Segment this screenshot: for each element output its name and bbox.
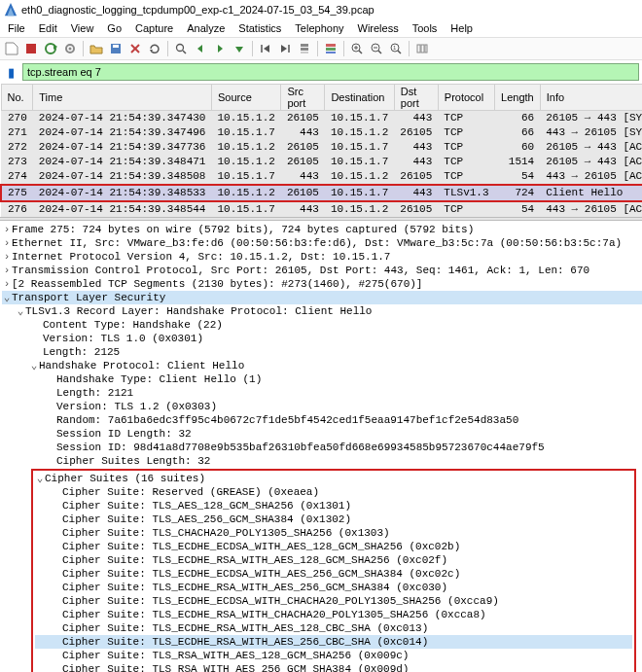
cipher-suite-line[interactable]: Cipher Suite: TLS_ECDHE_ECDSA_WITH_CHACH… <box>35 594 632 608</box>
cipher-suite-line[interactable]: Cipher Suite: TLS_ECDHE_ECDSA_WITH_AES_1… <box>35 540 632 553</box>
menu-help[interactable]: Help <box>445 21 479 35</box>
column-header[interactable]: Time <box>33 85 212 111</box>
app-icon <box>4 3 18 17</box>
cipher-suites-highlight-box: ⌄Cipher Suites (16 suites) Cipher Suite:… <box>31 469 636 672</box>
cipher-suite-line[interactable]: Cipher Suite: TLS_ECDHE_ECDSA_WITH_AES_2… <box>35 567 632 581</box>
go-forward-icon[interactable] <box>211 40 229 57</box>
go-back-icon[interactable] <box>192 40 209 57</box>
save-icon[interactable] <box>107 40 125 57</box>
reload-icon[interactable] <box>146 40 163 57</box>
svg-rect-38 <box>417 45 420 53</box>
record-version-line[interactable]: Version: TLS 1.0 (0x0301) <box>2 332 642 345</box>
auto-scroll-icon[interactable] <box>296 40 313 57</box>
svg-rect-24 <box>301 52 308 53</box>
record-length-line[interactable]: Length: 2125 <box>2 345 642 359</box>
menu-view[interactable]: View <box>65 21 100 35</box>
restart-capture-icon[interactable] <box>42 40 59 57</box>
go-to-icon[interactable] <box>231 40 248 57</box>
svg-rect-3 <box>26 44 36 53</box>
svg-rect-39 <box>421 45 424 53</box>
handshake-type-line[interactable]: Handshake Type: Client Hello (1) <box>2 372 642 386</box>
options-icon[interactable] <box>61 40 79 57</box>
menu-wireless[interactable]: Wireless <box>352 21 405 35</box>
packet-row[interactable]: 2762024-07-14 21:54:39.34854410.15.1.744… <box>1 201 642 217</box>
menu-file[interactable]: File <box>2 21 31 35</box>
column-header[interactable]: Length <box>495 85 541 111</box>
handshake-length-line[interactable]: Length: 2121 <box>2 386 642 400</box>
cipher-suites-len-line[interactable]: Cipher Suites Length: 32 <box>2 454 642 468</box>
handshake-version-line[interactable]: Version: TLS 1.2 (0x0303) <box>2 400 642 413</box>
menu-telephony[interactable]: Telephony <box>289 21 349 35</box>
column-header[interactable]: Destination <box>325 85 394 111</box>
column-header[interactable]: No. <box>1 85 33 111</box>
svg-point-7 <box>69 48 72 51</box>
close-icon[interactable] <box>126 40 144 57</box>
menu-statistics[interactable]: Statistics <box>232 21 287 35</box>
tcp-line[interactable]: ›Transmission Control Protocol, Src Port… <box>2 264 642 277</box>
title-bar: eth0_diagnostic_logging_tcpdump00_exp-c1… <box>0 0 642 19</box>
menu-edit[interactable]: Edit <box>33 21 63 35</box>
frame-line[interactable]: ›Frame 275: 724 bytes on wire (5792 bits… <box>2 223 642 236</box>
svg-marker-17 <box>235 47 243 53</box>
cipher-suites-header[interactable]: ⌄Cipher Suites (16 suites) <box>35 472 632 485</box>
column-header[interactable]: Info <box>540 85 642 111</box>
column-header[interactable]: Dst port <box>394 85 438 111</box>
svg-line-14 <box>183 51 186 53</box>
menu-analyze[interactable]: Analyze <box>181 21 231 35</box>
first-packet-icon[interactable] <box>257 40 274 57</box>
packet-list-header: No.TimeSourceSrc portDestinationDst port… <box>1 85 642 111</box>
tls-line[interactable]: ⌄Transport Layer Security <box>2 291 642 304</box>
eth-line[interactable]: ›Ethernet II, Src: VMware_b3:fe:d6 (00:5… <box>2 236 642 250</box>
find-icon[interactable] <box>172 40 190 57</box>
column-header[interactable]: Protocol <box>438 85 494 111</box>
svg-marker-21 <box>281 45 287 53</box>
session-id-line[interactable]: Session ID: 98d41a8d7708e9b535baf26310bf… <box>2 441 642 454</box>
cipher-suite-line[interactable]: Cipher Suite: TLS_AES_256_GCM_SHA384 (0x… <box>35 513 632 526</box>
cipher-suite-line[interactable]: Cipher Suite: TLS_ECDHE_RSA_WITH_CHACHA2… <box>35 608 632 621</box>
menu-tools[interactable]: Tools <box>407 21 444 35</box>
cipher-suite-line[interactable]: Cipher Suite: TLS_RSA_WITH_AES_256_GCM_S… <box>35 662 632 672</box>
zoom-in-icon[interactable] <box>348 40 366 57</box>
open-icon[interactable] <box>88 40 105 57</box>
session-id-len-line[interactable]: Session ID Length: 32 <box>2 427 642 441</box>
svg-line-31 <box>359 51 362 53</box>
packet-row[interactable]: 2742024-07-14 21:54:39.34850810.15.1.744… <box>1 169 642 185</box>
packet-details[interactable]: ›Frame 275: 724 bytes on wire (5792 bits… <box>0 221 642 672</box>
column-header[interactable]: Src port <box>281 85 325 111</box>
random-line[interactable]: Random: 7a61ba6edc3ff95c4b0672c7f1de5bf4… <box>2 413 642 427</box>
menu-go[interactable]: Go <box>101 21 127 35</box>
content-type-line[interactable]: Content Type: Handshake (22) <box>2 318 642 332</box>
ip-line[interactable]: ›Internet Protocol Version 4, Src: 10.15… <box>2 250 642 264</box>
cipher-suite-line[interactable]: Cipher Suite: TLS_ECDHE_RSA_WITH_AES_256… <box>35 635 632 649</box>
svg-marker-16 <box>218 45 223 53</box>
reassembled-line[interactable]: ›[2 Reassembled TCP Segments (2130 bytes… <box>2 277 642 291</box>
cipher-suite-line[interactable]: Cipher Suite: Reserved (GREASE) (0xeaea) <box>35 485 632 499</box>
column-header[interactable]: Source <box>211 85 280 111</box>
cipher-suite-line[interactable]: Cipher Suite: TLS_CHACHA20_POLY1305_SHA2… <box>35 526 632 540</box>
cipher-suite-line[interactable]: Cipher Suite: TLS_RSA_WITH_AES_128_GCM_S… <box>35 649 632 662</box>
filter-bookmark-icon[interactable]: ▮ <box>3 64 18 80</box>
handshake-proto-line[interactable]: ⌄Handshake Protocol: Client Hello <box>2 359 642 372</box>
display-filter-input[interactable] <box>22 63 639 81</box>
last-packet-icon[interactable] <box>276 40 294 57</box>
packet-list[interactable]: No.TimeSourceSrc portDestinationDst port… <box>0 84 642 217</box>
packet-row[interactable]: 2712024-07-14 21:54:39.34749610.15.1.744… <box>1 125 642 140</box>
resize-columns-icon[interactable] <box>413 40 431 57</box>
cipher-suite-line[interactable]: Cipher Suite: TLS_AES_128_GCM_SHA256 (0x… <box>35 499 632 513</box>
start-capture-icon[interactable] <box>3 40 20 57</box>
cipher-suite-line[interactable]: Cipher Suite: TLS_ECDHE_RSA_WITH_AES_256… <box>35 581 632 594</box>
packet-row[interactable]: 2702024-07-14 21:54:39.34743010.15.1.226… <box>1 111 642 126</box>
cipher-suite-line[interactable]: Cipher Suite: TLS_ECDHE_RSA_WITH_AES_128… <box>35 621 632 635</box>
packet-row[interactable]: 2752024-07-14 21:54:39.34853310.15.1.226… <box>1 185 642 201</box>
zoom-reset-icon[interactable]: 1 <box>387 40 405 57</box>
tls-record-line[interactable]: ⌄TLSv1.3 Record Layer: Handshake Protoco… <box>2 304 642 318</box>
stop-capture-icon[interactable] <box>22 40 40 57</box>
menu-capture[interactable]: Capture <box>129 21 179 35</box>
packet-row[interactable]: 2722024-07-14 21:54:39.34773610.15.1.226… <box>1 140 642 155</box>
packet-row[interactable]: 2732024-07-14 21:54:39.34847110.15.1.226… <box>1 155 642 169</box>
svg-rect-22 <box>301 44 308 47</box>
zoom-out-icon[interactable] <box>368 40 385 57</box>
cipher-suite-line[interactable]: Cipher Suite: TLS_ECDHE_RSA_WITH_AES_128… <box>35 553 632 567</box>
colorize-icon[interactable] <box>322 40 339 57</box>
svg-rect-9 <box>113 45 119 48</box>
